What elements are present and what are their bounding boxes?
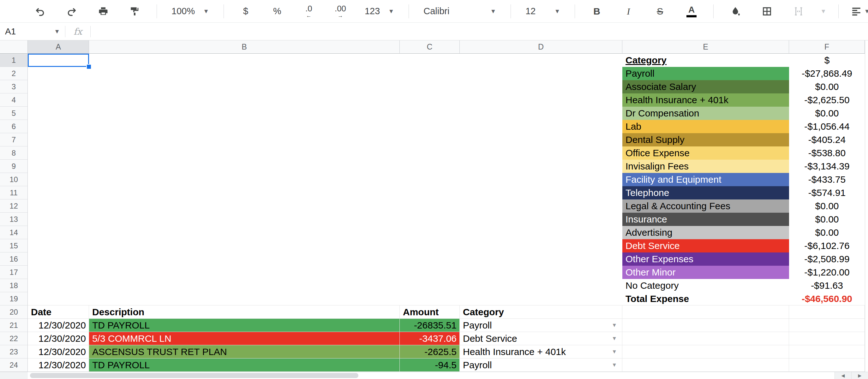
txn-amount-cell[interactable]: -94.5 (400, 358, 460, 372)
txn-description-cell[interactable]: 5/3 COMMRCL LN (89, 332, 400, 345)
paint-format-button[interactable] (125, 0, 145, 23)
row-header-9[interactable]: 9 (0, 160, 28, 173)
row-header-12[interactable]: 12 (0, 199, 28, 213)
increase-decimals-button[interactable]: .00 → (331, 0, 350, 23)
txn-header-date[interactable]: Date (28, 306, 89, 319)
scroll-right-button[interactable]: ▶ (851, 372, 868, 379)
summary-category-cell[interactable]: Facility and Equipment (622, 173, 789, 186)
bold-button[interactable]: B (587, 0, 607, 23)
text-color-button[interactable]: A (682, 0, 701, 23)
txn-header-description[interactable]: Description (89, 306, 400, 319)
summary-amount-cell[interactable]: -$405.24 (789, 133, 865, 147)
italic-button[interactable]: I (619, 0, 638, 23)
row-header-20[interactable]: 20 (0, 306, 28, 319)
row-header-15[interactable]: 15 (0, 239, 28, 252)
summary-category-cell[interactable]: Lab (622, 120, 789, 133)
txn-description-cell[interactable]: TD PAYROLL (89, 358, 400, 372)
txn-amount-cell[interactable]: -26835.51 (400, 319, 460, 332)
formula-input[interactable] (91, 23, 868, 40)
summary-amount-cell[interactable]: $0.00 (789, 107, 865, 120)
column-header-d[interactable]: D (460, 40, 622, 54)
summary-category-cell[interactable]: Other Expenses (622, 252, 789, 266)
row-header-2[interactable]: 2 (0, 67, 28, 80)
txn-header-category[interactable]: Category (460, 306, 622, 319)
summary-amount-cell[interactable]: -$574.91 (789, 186, 865, 199)
txn-description-cell[interactable]: ASCENSUS TRUST RET PLAN (89, 345, 400, 358)
zoom-select[interactable]: 100% ▼ (169, 0, 212, 23)
horizontal-scrollbar-thumb[interactable] (30, 373, 359, 378)
summary-amount-cell[interactable]: $0.00 (789, 80, 865, 93)
empty-cell[interactable] (789, 345, 865, 358)
summary-amount-cell[interactable]: -$91.63 (789, 279, 865, 292)
summary-amount-cell[interactable]: -$3,134.39 (789, 160, 865, 173)
empty-cell[interactable] (789, 332, 865, 345)
summary-category-cell[interactable]: Invisalign Fees (622, 160, 789, 173)
summary-category-cell[interactable]: Debt Service (622, 239, 789, 252)
borders-button[interactable] (757, 0, 777, 23)
row-header-3[interactable]: 3 (0, 80, 28, 93)
empty-cell[interactable] (789, 358, 865, 372)
fill-handle[interactable] (86, 64, 92, 69)
column-header-c[interactable]: C (400, 40, 460, 54)
summary-amount-cell[interactable]: -$2,625.50 (789, 93, 865, 107)
row-header-10[interactable]: 10 (0, 173, 28, 186)
summary-category-cell[interactable]: Dr Compensation (622, 107, 789, 120)
txn-header-amount[interactable]: Amount (400, 306, 460, 319)
font-size-select[interactable]: 12 ▼ (523, 0, 563, 23)
redo-button[interactable] (62, 0, 82, 23)
row-header-21[interactable]: 21 (0, 319, 28, 332)
row-header-13[interactable]: 13 (0, 213, 28, 226)
font-family-select[interactable]: Calibri ▼ (421, 0, 499, 23)
scroll-left-button[interactable]: ◀ (835, 372, 851, 379)
summary-amount-cell[interactable]: -$2,508.99 (789, 252, 865, 266)
vertical-scrollbar[interactable] (865, 40, 868, 379)
column-header-b[interactable]: B (89, 40, 400, 54)
summary-header-amount[interactable]: $ (789, 54, 865, 67)
empty-cell[interactable] (622, 319, 789, 332)
txn-date-cell[interactable]: 12/30/2020 (28, 319, 89, 332)
txn-date-cell[interactable]: 12/30/2020 (28, 332, 89, 345)
summary-amount-cell[interactable]: $0.00 (789, 226, 865, 239)
summary-category-cell[interactable]: Dental Supply (622, 133, 789, 147)
summary-category-cell[interactable]: Payroll (622, 67, 789, 80)
txn-category-cell[interactable]: Payroll▼ (460, 319, 622, 332)
summary-category-cell[interactable]: Insurance (622, 213, 789, 226)
empty-cell[interactable] (789, 319, 865, 332)
decrease-decimals-button[interactable]: .0 ← (299, 0, 319, 23)
empty-cell[interactable] (622, 306, 789, 319)
row-header-19[interactable]: 19 (0, 292, 28, 306)
summary-amount-cell[interactable]: -$433.75 (789, 173, 865, 186)
summary-category-cell[interactable]: Health Insurance + 401k (622, 93, 789, 107)
row-header-16[interactable]: 16 (0, 252, 28, 266)
summary-header-category[interactable]: Category (622, 54, 789, 67)
category-dropdown-icon[interactable]: ▼ (612, 319, 617, 332)
row-header-14[interactable]: 14 (0, 226, 28, 239)
row-header-8[interactable]: 8 (0, 147, 28, 160)
summary-amount-cell[interactable]: -$27,868.49 (789, 67, 865, 80)
row-header-1[interactable]: 1 (0, 54, 28, 67)
category-dropdown-icon[interactable]: ▼ (612, 345, 617, 358)
percent-format-button[interactable]: % (268, 0, 287, 23)
summary-amount-cell[interactable]: -$538.80 (789, 147, 865, 160)
summary-amount-cell[interactable]: $0.00 (789, 213, 865, 226)
txn-date-cell[interactable]: 12/30/2020 (28, 358, 89, 372)
fill-color-button[interactable] (725, 0, 745, 23)
summary-category-cell[interactable]: Office Expense (622, 147, 789, 160)
undo-button[interactable] (30, 0, 50, 23)
row-header-11[interactable]: 11 (0, 186, 28, 199)
print-button[interactable] (93, 0, 113, 23)
row-header-7[interactable]: 7 (0, 133, 28, 147)
summary-category-cell[interactable]: Total Expense (622, 292, 789, 306)
summary-category-cell[interactable]: Legal & Accounting Fees (622, 199, 789, 213)
summary-category-cell[interactable]: Other Minor (622, 266, 789, 279)
merge-cells-button[interactable] (789, 0, 808, 23)
row-header-5[interactable]: 5 (0, 107, 28, 120)
empty-cell[interactable] (622, 332, 789, 345)
row-header-24[interactable]: 24 (0, 358, 28, 372)
txn-category-cell[interactable]: Health Insurance + 401k▼ (460, 345, 622, 358)
row-header-22[interactable]: 22 (0, 332, 28, 345)
summary-category-cell[interactable]: Telephone (622, 186, 789, 199)
txn-category-cell[interactable]: Debt Service▼ (460, 332, 622, 345)
row-header-4[interactable]: 4 (0, 93, 28, 107)
empty-cell[interactable] (789, 306, 865, 319)
